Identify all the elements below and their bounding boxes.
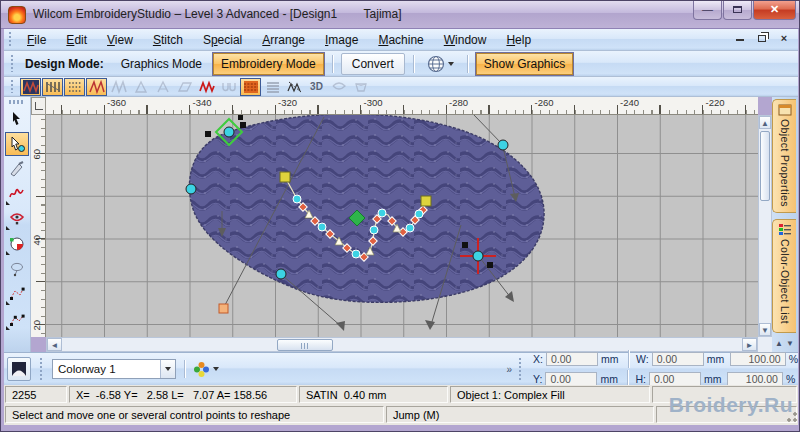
ruler-label: -240 [618,97,704,108]
toolbar-grip[interactable] [39,358,44,380]
menu-item[interactable]: Arrange [252,31,315,49]
close-button[interactable]: ✕ [753,1,796,20]
color-list-icon [778,223,792,236]
tab-scroll-up-icon[interactable]: ▲ [775,339,783,348]
scale-x-field[interactable]: 100.00 [730,352,786,366]
embroidery-design [46,115,758,337]
scale-y-field[interactable]: 100.00 [727,372,783,386]
menu-item[interactable]: Special [193,31,252,49]
ruler-label: -360 [105,97,191,108]
bottom-toolbar: Colorway 1 » X: 0.00 mm W: 0.00 mm 100.0… [4,352,798,385]
title-bar[interactable]: Wilcom EmbroideryStudio – Level 3 Advanc… [1,1,800,29]
menu-item[interactable]: Machine [368,31,433,49]
percent-y: % [786,373,795,385]
polyline-tool[interactable] [5,307,29,331]
mode-toolbar: Design Mode: Graphics Mode Embroidery Mo… [4,51,798,77]
toolbar-grip[interactable] [9,100,25,104]
minimize-button[interactable]: — [693,1,722,20]
stitch-count: 2255 [5,386,67,403]
maximize-icon [733,6,742,13]
freehand-tool[interactable] [5,182,29,206]
flame-icon [8,6,26,24]
lasso-tool[interactable] [5,257,29,281]
x-field[interactable]: 0.00 [546,352,598,366]
h-field[interactable]: 0.00 [649,372,701,386]
prompt-text: Select and move one or several control p… [5,406,384,423]
menu-item[interactable]: Image [315,31,368,49]
tab-label: Color-Object List [779,239,791,324]
y-unit: mm [600,373,620,385]
design-view-icon [11,361,27,377]
toolbar-grip[interactable] [10,80,15,93]
h-unit: mm [704,373,724,385]
fancy-fill-icon[interactable] [284,78,305,96]
shape-eye-tool[interactable] [5,207,29,231]
horizontal-ruler: -360-340-320-300-280-260-240-220 [46,97,758,115]
design-mode-label: Design Mode: [25,57,104,71]
scroll-down-icon[interactable]: ▼ [759,323,771,336]
tab-scroll-down-icon[interactable]: ▼ [786,339,794,348]
reshape-tool[interactable] [5,132,29,156]
fill-a-icon [130,78,151,96]
loops-gray-icon [218,78,239,96]
design-canvas[interactable] [46,115,758,337]
horizontal-scroll-thumb[interactable] [277,339,333,351]
toolbar-grip[interactable] [518,358,523,380]
node-edit-tool[interactable] [5,282,29,306]
ruler-corner-button[interactable] [31,97,46,115]
window-title: Wilcom EmbroideryStudio – Level 3 Advanc… [33,7,402,21]
h-label: H: [635,373,646,385]
menu-item[interactable]: Edit [56,31,97,49]
y-field[interactable]: 0.00 [545,372,597,386]
dots-fill-icon[interactable] [64,78,85,96]
coordinates-readout: X= -6.58 Y= 2.58 L= 7.07 A= 158.56 [69,386,297,403]
stitch-type-readout: SATIN 0.40 mm [299,386,448,403]
colorway-select[interactable]: Colorway 1 [52,359,176,379]
menu-item[interactable]: Help [496,31,541,49]
vertical-scroll-thumb[interactable] [760,131,770,201]
knife-tool[interactable] [5,157,29,181]
w-field[interactable]: 0.00 [652,352,704,366]
3d-effect-icon[interactable]: 3D [306,78,327,96]
maximize-button[interactable] [723,1,752,20]
tab-color-object-list[interactable]: Color-Object List [772,219,796,333]
wave-red-icon[interactable] [196,78,217,96]
menu-item[interactable]: File [17,31,56,49]
tatami-fill-icon[interactable] [240,78,261,96]
palette-dropdown-icon[interactable] [213,367,219,371]
mdi-minimize-icon[interactable] [732,32,748,46]
colorway-dropdown-icon[interactable] [160,360,175,378]
toolbar-grip[interactable] [8,32,13,47]
mdi-restore-icon[interactable] [754,32,770,46]
zigzag-orange-icon[interactable] [42,78,63,96]
graphics-mode-button[interactable]: Graphics Mode [114,54,209,74]
vertical-scrollbar[interactable]: ▲ ▼ [758,115,772,337]
scroll-left-icon[interactable]: ◄ [47,338,62,351]
palette-button[interactable] [189,359,223,380]
zigzag-dark-icon[interactable] [20,78,41,96]
select-tool[interactable] [5,107,29,131]
hoop-globe-button[interactable] [422,53,459,75]
show-graphics-button[interactable]: Show Graphics [476,53,573,75]
ruler-label: -300 [362,97,448,108]
menu-item[interactable]: Window [434,31,497,49]
satin-outline-icon[interactable] [86,78,107,96]
embroidery-mode-button[interactable]: Embroidery Mode [213,53,324,75]
resize-grip[interactable] [784,407,798,423]
wheel-tool[interactable] [5,232,29,256]
scroll-up-icon[interactable]: ▲ [759,116,771,129]
menu-item[interactable]: View [97,31,143,49]
transform-panel: X: 0.00 mm W: 0.00 mm 100.00 % Y: 0.00 m… [533,350,798,388]
toolbar-grip[interactable] [10,55,15,73]
ruler-label: -280 [447,97,533,108]
percent-x: % [789,353,798,365]
menu-item[interactable]: Stitch [143,31,193,49]
overflow-chevron-icon[interactable]: » [507,364,513,375]
x-unit: mm [601,353,621,365]
tab-object-properties[interactable]: Object Properties [772,99,796,213]
mdi-close-icon[interactable]: × [776,32,792,46]
design-view-button[interactable] [7,357,31,381]
globe-dropdown-icon[interactable] [448,62,454,66]
convert-button[interactable]: Convert [341,53,405,75]
satin-lines-icon[interactable] [262,78,283,96]
